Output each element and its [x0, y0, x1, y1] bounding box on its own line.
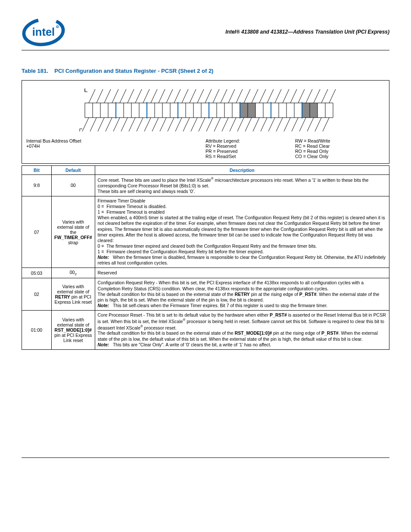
th-description: Description — [95, 166, 389, 175]
offset-label: Internal Bus Address Offset — [26, 138, 206, 143]
cell-description: Core Processor Reset - This bit is set t… — [95, 311, 389, 350]
legend-ro: RO = Read Only — [295, 149, 385, 154]
svg-line-63 — [197, 89, 204, 103]
legend-pr: PR = Preserved — [206, 149, 295, 154]
caption-number: Table 181. — [22, 68, 48, 74]
svg-line-98 — [214, 118, 221, 131]
svg-line-57 — [151, 89, 157, 103]
svg-line-53 — [120, 89, 126, 103]
svg-line-66 — [221, 89, 227, 103]
cell-default: 002 — [52, 268, 95, 278]
caption-text: PCI Configuration and Status Register - … — [54, 68, 213, 74]
svg-line-76 — [298, 89, 305, 103]
legend-rw: RW = Read/Write — [295, 138, 385, 143]
svg-line-87 — [129, 118, 135, 131]
svg-line-52 — [112, 89, 118, 103]
svg-line-83 — [98, 118, 104, 131]
svg-line-64 — [205, 89, 212, 103]
svg-line-59 — [166, 89, 173, 103]
svg-line-112 — [323, 118, 329, 131]
svg-line-89 — [144, 118, 151, 131]
cell-default: Varies with external state of RETRY pin … — [52, 278, 95, 311]
svg-line-86 — [121, 118, 128, 131]
svg-line-93 — [175, 118, 182, 131]
th-bit: Bit — [22, 166, 52, 175]
svg-line-111 — [315, 118, 321, 131]
header-doc-title: Intel® 413808 and 413812—Address Transla… — [65, 29, 389, 35]
svg-line-105 — [268, 118, 275, 131]
svg-line-55 — [135, 89, 142, 103]
svg-line-107 — [284, 118, 290, 131]
svg-line-70 — [252, 89, 258, 103]
svg-line-65 — [213, 89, 219, 103]
intel-logo: intel R — [22, 17, 65, 47]
table-row: 07Varies with external state of the FW_T… — [22, 196, 389, 268]
legend-rv: RV = Reserved — [206, 143, 295, 149]
svg-line-80 — [329, 89, 336, 103]
svg-line-74 — [283, 89, 289, 103]
svg-line-101 — [237, 118, 244, 131]
svg-line-67 — [228, 89, 235, 103]
svg-line-78 — [314, 89, 320, 103]
table-row: 9:800Core reset. These bits are used to … — [22, 175, 389, 196]
th-default: Default — [52, 166, 95, 175]
cell-default: 00 — [52, 175, 95, 196]
legend-co: CO = Clear Only — [295, 154, 385, 159]
svg-line-56 — [143, 89, 149, 103]
footer-rule — [22, 457, 389, 458]
svg-line-103 — [253, 118, 259, 131]
svg-line-84 — [106, 118, 112, 131]
table-row: 01:00Varies with external state of RST_M… — [22, 311, 389, 350]
svg-line-71 — [259, 89, 266, 103]
svg-line-54 — [128, 89, 134, 103]
svg-line-102 — [245, 118, 252, 131]
svg-line-99 — [222, 118, 228, 131]
svg-line-73 — [275, 89, 281, 103]
table-row: 05:03002Reserved — [22, 268, 389, 278]
cell-default: Varies with external state of the FW_TIM… — [52, 196, 95, 268]
svg-line-109 — [299, 118, 306, 131]
cell-bit: 01:00 — [22, 311, 52, 350]
svg-line-110 — [307, 118, 314, 131]
svg-line-91 — [160, 118, 166, 131]
svg-line-62 — [190, 89, 196, 103]
svg-line-61 — [182, 89, 188, 103]
svg-line-95 — [191, 118, 197, 131]
svg-line-81 — [82, 118, 89, 131]
cell-default: Varies with external state of RST_MODE[1… — [52, 311, 95, 350]
bitfield-diagram-box: Internal Bus Address Offset +074H Attrib… — [22, 80, 389, 164]
svg-line-72 — [267, 89, 274, 103]
svg-line-77 — [306, 89, 312, 103]
svg-line-108 — [292, 118, 298, 131]
svg-line-100 — [230, 118, 236, 131]
legend-title: Attribute Legend: — [206, 138, 295, 143]
cell-bit: 07 — [22, 196, 52, 268]
svg-text:intel: intel — [32, 26, 55, 38]
svg-line-68 — [236, 89, 243, 103]
svg-line-104 — [261, 118, 267, 131]
svg-line-90 — [152, 118, 159, 131]
svg-line-69 — [244, 89, 250, 103]
svg-line-82 — [90, 118, 97, 131]
register-table: Bit Default Description 9:800Core reset.… — [22, 165, 389, 350]
legend-row: Internal Bus Address Offset +074H Attrib… — [22, 137, 389, 161]
header-rule — [22, 50, 389, 50]
cell-description: Firmware Timer Disable0 = Firmware Timeo… — [95, 196, 389, 268]
svg-line-94 — [183, 118, 190, 131]
cell-bit: 9:8 — [22, 175, 52, 196]
cell-bit: 02 — [22, 278, 52, 311]
svg-line-49 — [89, 89, 95, 103]
cell-description: Configuration Request Retry - When this … — [95, 278, 389, 311]
bitfield-diagram — [55, 86, 356, 137]
legend-rs: RS = Read/Set — [206, 154, 295, 159]
svg-line-79 — [321, 89, 328, 103]
offset-value: +074H — [26, 143, 206, 149]
svg-line-88 — [137, 118, 143, 131]
cell-description: Reserved — [95, 268, 389, 278]
table-row: 02Varies with external state of RETRY pi… — [22, 278, 389, 311]
svg-line-50 — [97, 89, 103, 103]
svg-line-51 — [104, 89, 111, 103]
svg-line-106 — [276, 118, 283, 131]
svg-line-92 — [168, 118, 174, 131]
table-caption: Table 181. PCI Configuration and Status … — [22, 68, 389, 74]
